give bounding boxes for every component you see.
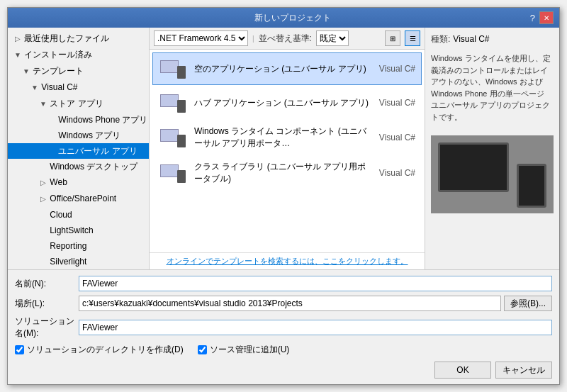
tree-item-windows_apps[interactable]: Windows アプリ [8, 128, 149, 143]
tree-item-visual_cs[interactable]: ▼ Visual C# [8, 79, 149, 96]
source-control-checkbox[interactable] [198, 345, 207, 354]
expand-icon: ▼ [30, 82, 39, 94]
browse-button[interactable]: 参照(B)... [504, 296, 552, 311]
template-lang: Visual C# [379, 98, 415, 108]
template-lang: Visual C# [379, 133, 415, 142]
tree-item-label: Visual C# [41, 82, 77, 92]
toolbar-sep: | [252, 35, 254, 43]
dialog-body: ▷ 最近使用したファイル▼ インストール済み▼ テンプレート▼ Visual C… [8, 28, 559, 269]
template-item-windows_runtime[interactable]: Windows ランタイム コンポーネント (ユニバーサル アプリ用ポータ… V… [152, 121, 422, 155]
name-input[interactable] [79, 276, 552, 291]
create-directory-label: ソリューションのディレクトリを作成(D) [27, 344, 184, 356]
tree-item-label: LightSwitch [50, 225, 93, 235]
cancel-button[interactable]: キャンセル [495, 362, 552, 379]
tree-item-web[interactable]: ▷ Web [8, 174, 149, 191]
solution-input[interactable] [79, 320, 552, 335]
solution-label: ソリューション名(M): [15, 315, 79, 340]
tree-item-office_sharepoint[interactable]: ▷ Office/SharePoint [8, 191, 149, 207]
template-item-hub_app[interactable]: ハブ アプリケーション (ユニバーサル アプリ) Visual C# [152, 86, 422, 119]
close-button[interactable]: ✕ [539, 11, 554, 24]
location-label: 場所(L): [15, 298, 79, 310]
location-input[interactable] [79, 296, 501, 311]
template-info: Windows ランタイム コンポーネント (ユニバーサル アプリ用ポータ… [194, 125, 374, 150]
online-link-area: オンラインでテンプレートを検索するには、ここをクリックします。 [150, 252, 425, 269]
tree-item-universal_apps[interactable]: ユニバーサル アプリ [8, 143, 149, 159]
tree-item-label: Web [50, 177, 67, 187]
middle-panel: .NET Framework 4.5 | 並べ替え基準: 既定 ⊞ ☰ 空のアプ… [150, 28, 425, 269]
right-panel: 種類: Visual C# Windows ランタイムを使用し、定義済みのコント… [425, 28, 559, 269]
template-icon [159, 126, 187, 149]
template-name: クラス ライブラリ (ユニバーサル アプリ用ポータブル) [194, 162, 366, 184]
expand-icon: ▼ [13, 49, 22, 62]
framework-select[interactable]: .NET Framework 4.5 [154, 30, 248, 46]
tree-item-label: ストア アプリ [50, 99, 103, 108]
template-lang: Visual C# [379, 168, 415, 178]
tree-item-label: Silverlight [50, 257, 86, 267]
bottom-area: 名前(N): 場所(L): 参照(B)... ソリューション名(M): ソリュー… [8, 269, 559, 384]
template-item-class_lib[interactable]: クラス ライブラリ (ユニバーサル アプリ用ポータブル) Visual C# [152, 156, 422, 190]
preview-screen-small [517, 164, 546, 208]
new-project-dialog: 新しいプロジェクト ? ✕ ▷ 最近使用したファイル▼ インストール済み▼ テン… [7, 7, 560, 385]
tree-item-label: Reporting [50, 241, 86, 251]
location-input-group: 参照(B)... [79, 296, 552, 311]
source-control-label: ソース管理に追加(U) [210, 344, 290, 356]
tree-item-recent[interactable]: ▷ 最近使用したファイル [8, 30, 149, 47]
preview-screen-large [438, 142, 509, 192]
tree-item-label: テンプレート [33, 66, 84, 76]
template-item-blank_app[interactable]: 空のアプリケーション (ユニバーサル アプリ) Visual C# [152, 52, 422, 85]
template-icon [159, 162, 187, 184]
template-lang: Visual C# [379, 64, 415, 74]
tree-item-label: インストール済み [24, 50, 92, 60]
sort-label: 並べ替え基準: [259, 33, 312, 45]
tree-item-silverlight[interactable]: Silverlight [8, 254, 149, 269]
create-directory-checkbox[interactable] [15, 345, 24, 354]
tree-item-reporting[interactable]: Reporting [8, 238, 149, 254]
template-description: Windows ランタイムを使用し、定義済みのコントロールまたはレイアウトのない… [431, 52, 554, 123]
sort-select[interactable]: 既定 [316, 30, 349, 46]
tree-item-installed[interactable]: ▼ インストール済み [8, 47, 149, 63]
template-info: 空のアプリケーション (ユニバーサル アプリ) [194, 63, 374, 75]
tree-item-store_apps[interactable]: ▼ ストア アプリ [8, 96, 149, 112]
template-icon [159, 57, 187, 80]
template-list: 空のアプリケーション (ユニバーサル アプリ) Visual C# ハブ アプリ… [150, 50, 425, 252]
source-control-checkbox-label: ソース管理に追加(U) [198, 344, 290, 356]
type-value: Visual C# [453, 34, 489, 44]
ok-button[interactable]: OK [434, 362, 491, 379]
title-bar-buttons: ? ✕ [530, 11, 554, 24]
expand-icon: ▷ [39, 177, 47, 189]
tree-item-label: 最近使用したファイル [24, 33, 109, 43]
tree-item-label: Windows Phone アプリ [58, 115, 147, 125]
template-name: Windows ランタイム コンポーネント (ユニバーサル アプリ用ポータ… [194, 126, 366, 148]
tree-item-cloud[interactable]: Cloud [8, 207, 149, 223]
tree-item-label: Cloud [50, 210, 72, 220]
template-toolbar: .NET Framework 4.5 | 並べ替え基準: 既定 ⊞ ☰ [150, 28, 425, 50]
checkboxes-row: ソリューションのディレクトリを作成(D) ソース管理に追加(U) [15, 344, 552, 356]
location-row: 場所(L): 参照(B)... [15, 296, 552, 311]
solution-row: ソリューション名(M): [15, 315, 552, 340]
template-name: ハブ アプリケーション (ユニバーサル アプリ) [194, 98, 369, 108]
template-info: ハブ アプリケーション (ユニバーサル アプリ) [194, 97, 374, 109]
create-directory-checkbox-label: ソリューションのディレクトリを作成(D) [15, 344, 184, 356]
tree-item-label: ユニバーサル アプリ [58, 146, 137, 156]
title-bar: 新しいプロジェクト ? ✕ [8, 8, 559, 28]
action-row: OK キャンセル [15, 362, 552, 379]
grid-view-button[interactable]: ⊞ [385, 30, 400, 46]
help-button[interactable]: ? [530, 11, 535, 24]
tree-item-label: Windows デスクトップ [50, 162, 137, 172]
type-label: 種類: [431, 33, 450, 45]
expand-icon: ▷ [13, 33, 22, 45]
expand-icon: ▼ [39, 98, 47, 111]
template-name: 空のアプリケーション (ユニバーサル アプリ) [194, 64, 366, 74]
template-info: クラス ライブラリ (ユニバーサル アプリ用ポータブル) [194, 161, 374, 185]
left-panel: ▷ 最近使用したファイル▼ インストール済み▼ テンプレート▼ Visual C… [8, 28, 150, 269]
tree-item-label: Windows アプリ [58, 130, 120, 140]
tree-item-windows_desktop[interactable]: Windows デスクトップ [8, 159, 149, 174]
tree-item-windows_phone[interactable]: Windows Phone アプリ [8, 112, 149, 128]
tree-item-label: Office/SharePoint [50, 194, 116, 203]
expand-icon: ▼ [22, 65, 30, 78]
online-search-link[interactable]: オンラインでテンプレートを検索するには、ここをクリックします。 [167, 257, 408, 265]
tree-item-templates[interactable]: ▼ テンプレート [8, 63, 149, 79]
name-label: 名前(N): [15, 278, 79, 290]
tree-item-lightswitch[interactable]: LightSwitch [8, 223, 149, 238]
list-view-button[interactable]: ☰ [405, 30, 420, 46]
